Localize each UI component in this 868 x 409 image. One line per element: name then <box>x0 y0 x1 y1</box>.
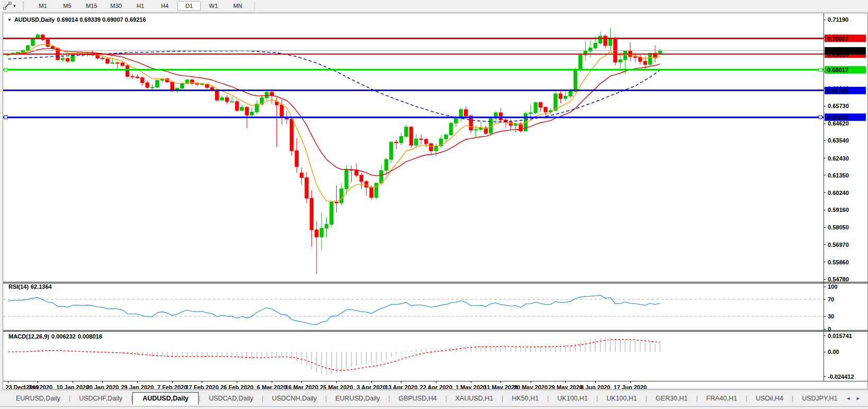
candle <box>136 77 139 77</box>
timeframe-button-h4[interactable]: H4 <box>153 1 176 11</box>
candle <box>300 173 303 177</box>
candle <box>384 159 388 171</box>
tab-uk100-h1[interactable]: UK100,H1 <box>549 393 596 404</box>
candle <box>544 107 547 112</box>
mt4-window: ▾ M1M5M15M30H1H4D1W1MN 0.711900.701100.6… <box>0 0 868 409</box>
tab-usdjpy-h1[interactable]: USDJPY,H1 <box>793 393 838 404</box>
tab-usdcnh-daily[interactable]: USDCNH,Daily <box>263 393 325 404</box>
candle <box>330 202 333 225</box>
svg-text:7 Feb 2020: 7 Feb 2020 <box>157 384 187 389</box>
svg-text:16 Mar 2020: 16 Mar 2020 <box>285 384 318 389</box>
candle <box>46 40 49 47</box>
candle <box>31 39 34 46</box>
timeframe-button-m30[interactable]: M30 <box>104 1 128 11</box>
timeframe-button-mn[interactable]: MN <box>226 1 249 11</box>
candle <box>564 96 567 99</box>
candle <box>320 228 323 237</box>
candle <box>539 102 542 107</box>
svg-text:0.65730: 0.65730 <box>828 103 849 109</box>
candle <box>434 146 437 151</box>
toolbar-separator <box>254 2 255 10</box>
ma-fast-orange <box>8 44 660 201</box>
timeframe-button-d1[interactable]: D1 <box>177 1 201 11</box>
chart-tabs-bar: EURUSD,Daily|USDCHF,Daily|AUDUSD,Daily|U… <box>0 390 868 407</box>
tab-usdcad-daily[interactable]: USDCAD,Daily <box>200 393 262 404</box>
svg-text:0.63540: 0.63540 <box>828 137 849 144</box>
candle <box>195 84 199 84</box>
candle <box>131 76 134 77</box>
chart-window: 0.711900.701100.690300.679200.668400.657… <box>3 13 868 389</box>
dropdown-caret-icon[interactable]: ▾ <box>13 3 20 8</box>
timeframe-button-m5[interactable]: M5 <box>56 1 79 11</box>
svg-text:20 May 2020: 20 May 2020 <box>514 384 548 389</box>
candle <box>335 202 338 203</box>
candle <box>310 198 313 230</box>
level-price-badge: 0.68017 <box>825 66 866 74</box>
rsi-name: RSI(14) <box>8 283 29 290</box>
level-line-0.65020[interactable] <box>3 115 824 119</box>
tab-scroll-right-icon[interactable]: ► <box>856 396 861 401</box>
line-handle[interactable] <box>4 68 7 72</box>
chart-canvas[interactable]: 0.711900.701100.690300.679200.668400.657… <box>3 13 867 389</box>
candle <box>534 102 537 112</box>
date-axis: 23 Dec 20191 Jan 202010 Jan 202020 Jan 2… <box>6 381 647 389</box>
candle <box>633 57 637 57</box>
candle <box>280 105 283 118</box>
svg-text:0.60240: 0.60240 <box>828 190 849 196</box>
chart-tabs: EURUSD,Daily|USDCHF,Daily|AUDUSD,Daily|U… <box>0 390 838 406</box>
pane-dividers[interactable] <box>3 13 867 381</box>
macd-signal-line <box>8 339 660 370</box>
candle <box>121 63 124 66</box>
tab-eurusd-daily[interactable]: EURUSD,Daily <box>7 393 69 404</box>
timeframe-button-m1[interactable]: M1 <box>31 1 55 11</box>
candle <box>156 81 159 87</box>
svg-text:0.66706: 0.66706 <box>827 87 848 94</box>
svg-text:100: 100 <box>828 283 837 290</box>
tab-hk50-h1[interactable]: HK50,H1 <box>503 393 547 404</box>
chart-ohlc-values: 0.69014 0.69339 0.69007 0.69216 <box>57 16 146 23</box>
line-handle[interactable] <box>4 115 7 119</box>
candle <box>150 87 154 88</box>
tab-eurusd-daily[interactable]: EURUSD,Daily <box>327 393 388 404</box>
svg-text:29 Jan 2020: 29 Jan 2020 <box>121 384 154 389</box>
candle <box>216 90 219 100</box>
candle <box>116 63 119 64</box>
tab-audusd-daily[interactable]: AUDUSD,Daily <box>132 392 199 405</box>
svg-text:3 Apr 2020: 3 Apr 2020 <box>357 384 386 389</box>
candle <box>225 98 228 102</box>
candle <box>504 120 507 122</box>
timeframe-button-h1[interactable]: H1 <box>129 1 152 11</box>
candle <box>399 137 402 143</box>
chart-header: ▼AUDUSD,Daily0.69014 0.69339 0.69007 0.6… <box>7 16 148 23</box>
tab-uk100-h1[interactable]: UK100,H1 <box>598 393 646 404</box>
candle <box>230 102 234 102</box>
candle <box>574 70 577 91</box>
candle <box>181 84 184 88</box>
svg-text:0.55860: 0.55860 <box>828 259 849 265</box>
level-price-badge: 0.70007 <box>825 34 866 42</box>
candle <box>210 87 213 90</box>
line-studies-icon[interactable] <box>2 1 13 11</box>
tab-xauusd-h1[interactable]: XAUUSD,H1 <box>447 393 502 404</box>
svg-text:17 Jun 2020: 17 Jun 2020 <box>614 384 647 389</box>
timeframe-button-m15[interactable]: M15 <box>80 1 103 11</box>
svg-text:13 Apr 2020: 13 Apr 2020 <box>385 384 417 389</box>
candle <box>290 119 293 151</box>
tab-scroll-left-icon[interactable]: ◄ <box>846 396 851 401</box>
candle <box>315 230 318 237</box>
candlesticks <box>6 28 662 274</box>
svg-text:1 May 2020: 1 May 2020 <box>455 384 486 389</box>
svg-text:22 Apr 2020: 22 Apr 2020 <box>420 384 452 389</box>
collapse-icon[interactable]: ▼ <box>7 17 12 22</box>
tab-fra40-h1[interactable]: FRA40,H1 <box>698 393 746 404</box>
svg-text:25 Mar 2020: 25 Mar 2020 <box>320 384 353 389</box>
timeframe-button-w1[interactable]: W1 <box>202 1 225 11</box>
tab-ger30-h1[interactable]: GER30,H1 <box>647 393 696 404</box>
line-handle[interactable] <box>819 115 822 119</box>
tab-usdchf-daily[interactable]: USDCHF,Daily <box>70 393 131 404</box>
svg-text:11 May 2020: 11 May 2020 <box>484 384 518 389</box>
line-handle[interactable] <box>819 68 822 72</box>
tab-gbpusd-h4[interactable]: GBPUSD,H4 <box>390 393 445 404</box>
tab-usoil-h4[interactable]: USOil,H4 <box>747 393 792 404</box>
candle <box>559 94 562 99</box>
